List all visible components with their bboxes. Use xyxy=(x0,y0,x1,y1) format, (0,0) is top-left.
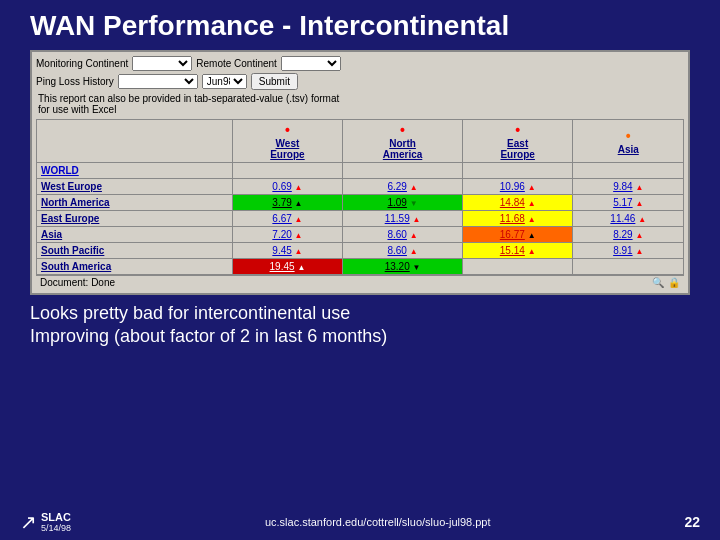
table-container: • WestEurope • NorthAmerica • EastEurope xyxy=(36,119,684,275)
world-west xyxy=(232,163,343,179)
cell-na-as: 5.17 ▲ xyxy=(573,195,684,211)
table-row: Asia 7.20 ▲ 8.60 ▲ 16.77 ▲ 8.29 ▲ xyxy=(37,227,684,243)
data-table: • WestEurope • NorthAmerica • EastEurope xyxy=(36,119,684,275)
cell-we-ee: 10.96 ▲ xyxy=(462,179,573,195)
row-label-south-pacific: South Pacific xyxy=(37,243,233,259)
world-asia xyxy=(573,163,684,179)
toolbar-row-1: Monitoring Continent Remote Continent xyxy=(36,56,684,71)
report-note-line2: for use with Excel xyxy=(38,104,116,115)
row-label-south-america: South America xyxy=(37,259,233,275)
slac-label: SLAC xyxy=(41,511,71,523)
ping-label: Ping Loss History xyxy=(36,76,114,87)
row-label-north-america: North America xyxy=(37,195,233,211)
row-label-asia: Asia xyxy=(37,227,233,243)
slac-logo-area: ↗ SLAC 5/14/98 xyxy=(20,510,71,534)
body-text-1: Looks pretty bad for intercontinental us… xyxy=(20,303,700,324)
browser-window: Monitoring Continent Remote Continent Pi… xyxy=(30,50,690,295)
asia-dot: • xyxy=(626,128,631,144)
cell-sa-as xyxy=(573,259,684,275)
cell-sp-as: 8.91 ▲ xyxy=(573,243,684,259)
row-label-east-europe: East Europe xyxy=(37,211,233,227)
cell-ee-we: 6.67 ▲ xyxy=(232,211,343,227)
cell-ee-ee: 11.68 ▲ xyxy=(462,211,573,227)
body-text-2: Improving (about factor of 2 in last 6 m… xyxy=(20,326,700,347)
footer-date: 5/14/98 xyxy=(41,523,71,533)
cell-we-as: 9.84 ▲ xyxy=(573,179,684,195)
row-label-west-europe: West Europe xyxy=(37,179,233,195)
remote-select[interactable] xyxy=(281,56,341,71)
col-header-world xyxy=(37,120,233,163)
world-north xyxy=(343,163,463,179)
report-note-line1: This report can also be provided in tab-… xyxy=(38,93,339,104)
world-label: WORLD xyxy=(37,163,233,179)
cell-ee-na: 11.59 ▲ xyxy=(343,211,463,227)
monitoring-select[interactable] xyxy=(132,56,192,71)
cell-na-ee: 14.84 ▲ xyxy=(462,195,573,211)
browser-controls: 🔍 🔒 xyxy=(652,277,680,288)
ping-select[interactable] xyxy=(118,74,198,89)
zoom-icon: 🔍 xyxy=(652,277,664,288)
status-bar: Document: Done 🔍 🔒 xyxy=(36,275,684,289)
cell-we-na: 6.29 ▲ xyxy=(343,179,463,195)
slide: WAN Performance - Intercontinental Monit… xyxy=(0,0,720,540)
submit-button[interactable]: Submit xyxy=(251,73,298,90)
east-europe-dot: • xyxy=(515,122,520,138)
remote-label: Remote Continent xyxy=(196,58,277,69)
col-header-north-america: • NorthAmerica xyxy=(343,120,463,163)
cell-sp-na: 8.60 ▲ xyxy=(343,243,463,259)
cell-sp-we: 9.45 ▲ xyxy=(232,243,343,259)
cell-as-na: 8.60 ▲ xyxy=(343,227,463,243)
north-america-dot: • xyxy=(400,122,405,138)
status-text: Document: Done xyxy=(40,277,115,288)
cell-as-as: 8.29 ▲ xyxy=(573,227,684,243)
cell-as-we: 7.20 ▲ xyxy=(232,227,343,243)
cell-sa-we: 19.45 ▲ xyxy=(232,259,343,275)
slac-text: SLAC 5/14/98 xyxy=(41,511,71,533)
table-row: North America 3.79 ▲ 1.09 ▼ 14.84 ▲ 5.17… xyxy=(37,195,684,211)
table-row: West Europe 0.69 ▲ 6.29 ▲ 10.96 ▲ 9.84 ▲ xyxy=(37,179,684,195)
monitoring-label: Monitoring Continent xyxy=(36,58,128,69)
col-header-asia: • Asia xyxy=(573,120,684,163)
table-row: East Europe 6.67 ▲ 11.59 ▲ 11.68 ▲ 11.46… xyxy=(37,211,684,227)
table-row: South Pacific 9.45 ▲ 8.60 ▲ 15.14 ▲ 8.91… xyxy=(37,243,684,259)
cell-sa-na: 13.20 ▼ xyxy=(343,259,463,275)
date-select[interactable]: Jun98 xyxy=(202,74,247,89)
cell-as-ee: 16.77 ▲ xyxy=(462,227,573,243)
cell-sp-ee: 15.14 ▲ xyxy=(462,243,573,259)
page-title: WAN Performance - Intercontinental xyxy=(20,10,700,42)
col-header-west-europe: • WestEurope xyxy=(232,120,343,163)
world-east xyxy=(462,163,573,179)
cell-na-na: 1.09 ▼ xyxy=(343,195,463,211)
col-header-east-europe: • EastEurope xyxy=(462,120,573,163)
security-icon: 🔒 xyxy=(668,277,680,288)
footer-page: 22 xyxy=(684,514,700,530)
west-europe-dot: • xyxy=(285,122,290,138)
slac-arrow-icon: ↗ xyxy=(20,510,37,534)
footer: ↗ SLAC 5/14/98 uc.slac.stanford.edu/cott… xyxy=(0,510,720,534)
toolbar-row-2: Ping Loss History Jun98 Submit xyxy=(36,73,684,90)
cell-na-we: 3.79 ▲ xyxy=(232,195,343,211)
table-row: South America 19.45 ▲ 13.20 ▼ xyxy=(37,259,684,275)
footer-url: uc.slac.stanford.edu/cottrell/sluo/sluo-… xyxy=(265,516,491,528)
cell-ee-as: 11.46 ▲ xyxy=(573,211,684,227)
cell-we-we: 0.69 ▲ xyxy=(232,179,343,195)
report-note: This report can also be provided in tab-… xyxy=(38,93,682,115)
cell-sa-ee xyxy=(462,259,573,275)
